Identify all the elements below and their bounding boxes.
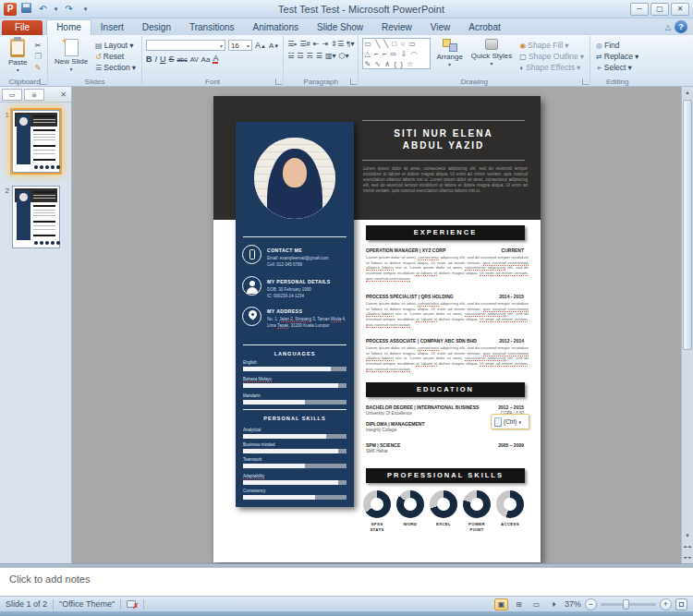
- tab-view[interactable]: View: [421, 20, 460, 35]
- save-button[interactable]: [19, 3, 33, 15]
- qat-customize-button[interactable]: ▾: [79, 6, 92, 13]
- zoom-slider[interactable]: [601, 603, 656, 606]
- slideshow-button[interactable]: ⏵: [547, 598, 561, 610]
- scroll-up-icon[interactable]: ▲: [685, 87, 690, 98]
- skill-donut-word[interactable]: [396, 490, 424, 518]
- clear-formatting-button[interactable]: abc: [176, 56, 187, 63]
- scroll-down-icon[interactable]: ▼: [685, 530, 690, 541]
- shape-effects-button[interactable]: ◐Shape Effects ▾: [517, 63, 586, 73]
- notes-pane[interactable]: Click to add notes: [0, 567, 693, 596]
- resume-sidebar[interactable]: CONTACT ME Email: exampleemail@gmail.com…: [236, 122, 354, 507]
- paste-options-button[interactable]: (Ctrl) ▾: [491, 414, 529, 429]
- tab-home[interactable]: Home: [46, 19, 91, 35]
- redo-button[interactable]: ↷: [62, 4, 76, 14]
- education-date[interactable]: 2005 – 2009: [450, 442, 524, 448]
- job-date[interactable]: CURRENT: [468, 248, 524, 253]
- close-button[interactable]: ✕: [671, 3, 689, 16]
- smartart-button[interactable]: ⬡▾: [338, 52, 348, 60]
- tab-review[interactable]: Review: [372, 20, 421, 35]
- bold-button[interactable]: B: [146, 54, 152, 64]
- education-degree[interactable]: SPM | SCIENCE: [366, 442, 400, 448]
- tab-design[interactable]: Design: [133, 20, 180, 35]
- underline-button[interactable]: U: [160, 54, 166, 64]
- job-description[interactable]: Lorem ipsum dolor sit amet, consectetur …: [366, 345, 529, 372]
- zoom-in-button[interactable]: +: [660, 598, 672, 610]
- line-spacing-button[interactable]: ⇕☰: [331, 40, 344, 48]
- font-color-button[interactable]: A: [213, 54, 218, 64]
- format-painter-button[interactable]: ✎: [32, 63, 43, 73]
- tab-insert[interactable]: Insert: [91, 20, 133, 35]
- education-school[interactable]: University Of Excellence: [366, 411, 412, 416]
- professional-skills-banner[interactable]: PROFESSIONAL SKILLS: [366, 468, 525, 483]
- slide-thumbnail-image[interactable]: [12, 186, 60, 248]
- job-description[interactable]: Lorem ipsum dolor sit amet, consectetur …: [366, 301, 529, 328]
- spell-check-icon[interactable]: ✗: [127, 599, 138, 610]
- new-slide-button[interactable]: New Slide▾: [52, 38, 91, 76]
- vertical-scrollbar[interactable]: ▲ ▼ ⏶⏶ ⏷⏷: [681, 87, 693, 563]
- resume-name[interactable]: SITI NUR ELENA ABDUL YAZID: [362, 127, 525, 151]
- font-size-combo[interactable]: 16▾: [228, 40, 252, 51]
- justify-button[interactable]: ☰: [316, 52, 322, 60]
- skill-donut-powerpoint[interactable]: [463, 490, 491, 518]
- columns-button[interactable]: ▥▾: [325, 52, 336, 60]
- theme-name[interactable]: "Office Theme": [59, 599, 115, 609]
- reset-button[interactable]: ↺Reset: [93, 52, 138, 62]
- change-case-button[interactable]: Aa: [201, 55, 211, 64]
- zoom-level[interactable]: 37%: [565, 599, 581, 609]
- skill-donut-excel[interactable]: [430, 490, 457, 518]
- slide-sorter-button[interactable]: ⊞: [512, 598, 526, 610]
- clipboard-dialog-launcher-icon[interactable]: [40, 79, 46, 85]
- tab-transitions[interactable]: Transitions: [180, 20, 244, 35]
- section-button[interactable]: ☰Section ▾: [93, 63, 138, 73]
- arrange-button[interactable]: Arrange▾: [433, 38, 465, 76]
- strikethrough-button[interactable]: S: [168, 54, 174, 64]
- tab-animations[interactable]: Animations: [244, 20, 308, 35]
- fit-slide-to-window-button[interactable]: [675, 598, 687, 610]
- paste-button[interactable]: Paste▾: [6, 38, 30, 76]
- tab-file[interactable]: File: [2, 20, 43, 35]
- job-date[interactable]: 2014 - 2015: [468, 294, 524, 299]
- zoom-slider-thumb[interactable]: [623, 599, 629, 610]
- decrease-indent-button[interactable]: ⇤: [313, 40, 320, 48]
- tab-acrobat[interactable]: Acrobat: [459, 20, 509, 35]
- education-banner[interactable]: EDUCATION: [366, 382, 525, 397]
- align-left-button[interactable]: ☱: [287, 52, 294, 60]
- tab-slide-show[interactable]: Slide Show: [308, 20, 372, 35]
- italic-button[interactable]: I: [154, 54, 157, 64]
- slide-thumbnail-1[interactable]: 1: [2, 110, 69, 173]
- numbering-button[interactable]: ☰#: [299, 40, 310, 48]
- align-right-button[interactable]: ☴: [307, 52, 313, 60]
- education-date[interactable]: 2012 – 2015: [450, 405, 524, 410]
- replace-button[interactable]: ⇄Replace ▾: [594, 52, 640, 62]
- education-degree[interactable]: DIPLOMA | MANAGEMENT: [366, 421, 424, 427]
- resume-intro-text[interactable]: Lorem ipsum dolor sit amet, consectetur …: [363, 166, 528, 194]
- help-button[interactable]: ?: [675, 20, 687, 33]
- job-description[interactable]: Lorem ipsum dolor sit amet, consectetur …: [366, 255, 529, 282]
- find-button[interactable]: ◎Find: [594, 41, 640, 51]
- normal-view-button[interactable]: ▣: [494, 598, 508, 610]
- zoom-out-button[interactable]: −: [585, 598, 597, 610]
- font-dialog-launcher-icon[interactable]: [275, 79, 282, 85]
- next-slide-button[interactable]: ⏷⏷: [683, 552, 692, 563]
- drawing-dialog-launcher-icon[interactable]: [582, 79, 589, 85]
- layout-button[interactable]: ▤Layout ▾: [93, 41, 138, 51]
- select-button[interactable]: ➢Select ▾: [594, 63, 640, 73]
- grow-font-button[interactable]: A▲: [255, 41, 266, 50]
- skill-donut-access[interactable]: [496, 490, 524, 518]
- scrollbar-thumb[interactable]: [683, 100, 692, 350]
- shrink-font-button[interactable]: A▼: [269, 42, 279, 50]
- copy-button[interactable]: ❐: [32, 52, 43, 62]
- increase-indent-button[interactable]: ⇥: [322, 40, 329, 48]
- character-spacing-button[interactable]: AV: [190, 56, 199, 63]
- shape-outline-button[interactable]: ▢Shape Outline ▾: [517, 52, 586, 62]
- slides-tab[interactable]: ▭: [2, 89, 22, 101]
- quick-styles-button[interactable]: Quick Styles▾: [468, 38, 515, 76]
- minimize-button[interactable]: ─: [630, 3, 649, 16]
- minimize-ribbon-icon[interactable]: △: [665, 23, 671, 31]
- align-center-button[interactable]: ☲: [297, 52, 303, 60]
- profile-photo[interactable]: [254, 138, 335, 219]
- slide-canvas[interactable]: SITI NUR ELENA ABDUL YAZID Lorem ipsum d…: [213, 96, 541, 562]
- education-school[interactable]: Integrity College: [366, 428, 396, 432]
- experience-banner[interactable]: EXPERIENCE: [366, 225, 525, 240]
- cut-button[interactable]: ✂: [32, 41, 43, 51]
